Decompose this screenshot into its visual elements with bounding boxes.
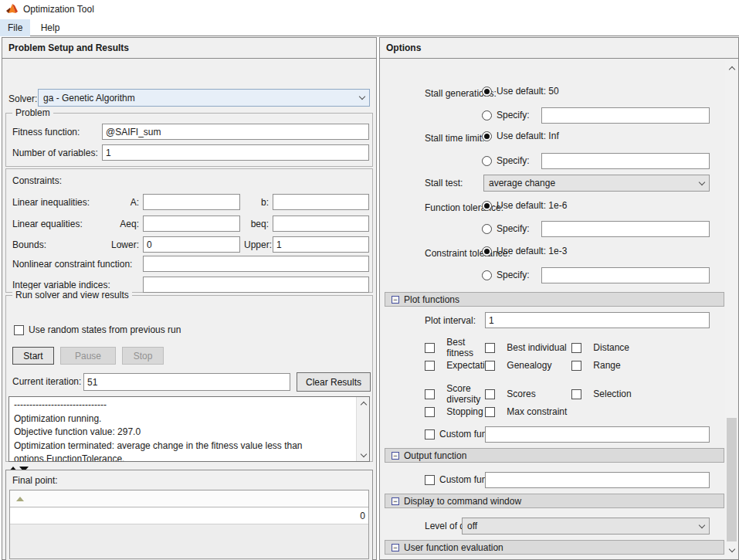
stall-test-label: Stall test: (425, 178, 463, 188)
function-tolerance-specify-input[interactable] (541, 221, 710, 237)
results-scrollbar[interactable] (356, 397, 369, 461)
results-line: ------------------------------ (14, 399, 351, 412)
user-function-evaluation-header[interactable]: − User function evaluation (385, 540, 724, 555)
plot-custom-function-input[interactable] (485, 426, 710, 443)
scroll-down-icon[interactable] (725, 544, 738, 556)
distance-checkbox[interactable] (571, 343, 581, 353)
selection-checkbox[interactable] (571, 389, 581, 399)
output-custom-function-input[interactable] (485, 472, 710, 488)
integer-indices-input[interactable] (143, 277, 369, 293)
results-text: ------------------------------ Optimizat… (9, 397, 356, 461)
constraint-tolerance-specify-input[interactable] (541, 267, 710, 283)
plot-functions-header[interactable]: − Plot functions (385, 292, 724, 307)
run-solver-legend: Run solver and view results (12, 290, 132, 300)
a-label: A: (90, 197, 139, 208)
solver-value: ga - Genetic Algorithm (43, 93, 135, 104)
stall-generations-specify-radio[interactable] (482, 110, 492, 120)
function-tolerance-specify-radio[interactable] (482, 224, 492, 234)
score-diversity-label: Score diversity (446, 383, 485, 405)
menu-help[interactable]: Help (33, 19, 68, 36)
start-button[interactable]: Start (12, 347, 54, 365)
constraint-tolerance-specify-radio[interactable] (482, 270, 492, 280)
final-point-column-header[interactable] (10, 490, 368, 507)
problem-setup-panel: Problem Setup and Results Solver: ga - G… (2, 37, 377, 560)
matlab-logo-icon (5, 3, 19, 15)
output-custom-function-checkbox[interactable] (425, 475, 435, 485)
user-function-evaluation-title: User function evaluation (404, 542, 503, 553)
num-variables-label: Number of variables: (12, 148, 98, 158)
aeq-input[interactable] (143, 216, 240, 232)
options-panel-title: Options (380, 38, 738, 59)
selection-label: Selection (593, 389, 631, 399)
plot-custom-function-checkbox[interactable] (425, 429, 435, 440)
output-function-header[interactable]: − Output function (385, 448, 724, 463)
beq-input[interactable] (273, 216, 369, 232)
display-header[interactable]: − Display to command window (385, 494, 724, 508)
genealogy-checkbox[interactable] (485, 361, 495, 371)
stop-button[interactable]: Stop (122, 347, 164, 365)
stall-generations-default-radio[interactable] (482, 87, 492, 97)
scrollbar-thumb[interactable] (727, 418, 737, 541)
stall-time-specify-radio[interactable] (482, 156, 492, 166)
max-constraint-checkbox[interactable] (485, 407, 495, 417)
function-tolerance-default-radio[interactable] (482, 201, 492, 211)
expectation-checkbox[interactable] (425, 361, 435, 371)
chevron-down-icon (699, 521, 705, 528)
stall-time-specify-input[interactable] (541, 153, 710, 169)
max-constraint-label: Max constraint (507, 406, 567, 417)
stall-test-select[interactable]: average change (483, 175, 710, 192)
collapse-icon[interactable]: − (392, 544, 399, 552)
stall-time-default-label: Use default: Inf (497, 131, 559, 141)
run-solver-group: Run solver and view results Use random s… (5, 295, 373, 462)
nonlinear-constraint-input[interactable] (143, 256, 369, 272)
menu-file[interactable]: File (0, 19, 30, 36)
specify-label: Specify: (497, 223, 530, 234)
genealogy-label: Genealogy (507, 360, 551, 371)
current-iteration-label: Current iteration: (12, 376, 81, 387)
collapse-icon[interactable]: − (392, 296, 399, 304)
results-output: ------------------------------ Optimizat… (8, 396, 370, 462)
range-checkbox[interactable] (571, 361, 581, 371)
lower-bound-input[interactable] (143, 236, 240, 253)
stall-time-default-radio[interactable] (482, 131, 492, 141)
a-input[interactable] (143, 194, 240, 210)
num-variables-input[interactable] (102, 144, 369, 161)
random-states-checkbox[interactable] (14, 325, 24, 335)
scroll-down-icon[interactable] (357, 449, 370, 461)
stall-test-value: average change (489, 178, 555, 188)
fitness-function-label: Fitness function: (12, 127, 80, 137)
problem-legend: Problem (12, 107, 53, 118)
upper-bound-input[interactable] (273, 236, 369, 253)
scroll-up-icon[interactable] (357, 397, 370, 409)
clear-results-button[interactable]: Clear Results (297, 372, 371, 392)
scores-checkbox[interactable] (485, 389, 495, 399)
title-bar: Optimization Tool (0, 0, 739, 19)
constraints-group: Constraints: Linear inequalities: A: b: … (5, 168, 373, 293)
score-diversity-checkbox[interactable] (425, 389, 435, 399)
stall-generations-specify-input[interactable] (541, 107, 710, 124)
lower-label: Lower: (90, 239, 139, 250)
best-fitness-checkbox[interactable] (425, 343, 435, 353)
upper-label: Upper: (244, 239, 269, 250)
b-input[interactable] (273, 194, 369, 210)
stopping-checkbox[interactable] (425, 407, 435, 417)
fitness-function-input[interactable] (102, 124, 369, 140)
constraint-tolerance-default-label: Use default: 1e-3 (497, 246, 567, 256)
options-scrollbar[interactable] (725, 60, 737, 558)
best-individual-checkbox[interactable] (485, 343, 495, 353)
solver-select[interactable]: ga - Genetic Algorithm (38, 89, 370, 107)
constraint-tolerance-default-radio[interactable] (482, 246, 492, 256)
stall-generations-default-label: Use default: 50 (497, 86, 559, 97)
collapse-icon[interactable]: − (392, 452, 399, 460)
output-function-title: Output function (404, 450, 466, 461)
final-point-row[interactable]: 0 (10, 507, 368, 524)
distance-label: Distance (593, 342, 629, 353)
best-individual-label: Best individual (507, 342, 566, 353)
level-of-display-select[interactable]: off (462, 518, 710, 535)
plot-interval-label: Plot interval: (425, 315, 476, 326)
pause-button[interactable]: Pause (60, 347, 116, 365)
problem-group: Problem Fitness function: Number of vari… (5, 113, 373, 167)
collapse-icon[interactable]: − (392, 497, 399, 505)
plot-interval-input[interactable] (485, 312, 710, 328)
scroll-up-icon[interactable] (725, 62, 738, 74)
